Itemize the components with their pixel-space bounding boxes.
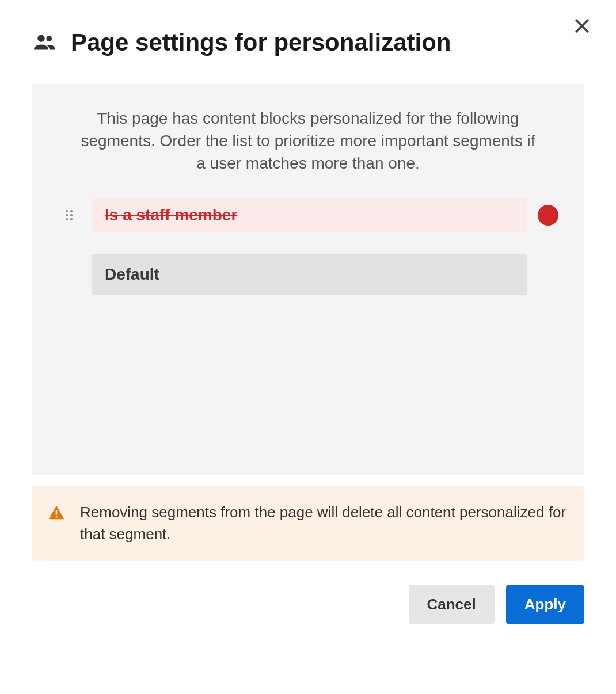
svg-rect-9	[56, 516, 58, 518]
svg-point-5	[70, 214, 73, 216]
people-icon	[32, 30, 57, 55]
panel-intro-text: This page has content blocks personalize…	[78, 107, 538, 175]
drag-icon	[62, 208, 76, 222]
apply-button[interactable]: Apply	[506, 585, 584, 624]
svg-point-3	[70, 210, 73, 212]
warning-icon	[48, 504, 65, 521]
segments-panel: This page has content blocks personalize…	[32, 84, 584, 475]
svg-point-0	[37, 35, 44, 41]
warning-alert: Removing segments from the page will del…	[32, 486, 584, 561]
svg-point-7	[70, 218, 73, 220]
close-icon	[572, 16, 592, 36]
cancel-button[interactable]: Cancel	[409, 585, 495, 624]
close-button[interactable]	[572, 16, 592, 36]
svg-point-2	[66, 210, 68, 212]
svg-point-4	[66, 214, 68, 216]
segment-label-removed: Is a staff member	[92, 198, 527, 232]
svg-rect-8	[56, 510, 58, 515]
segment-row: Is a staff member	[58, 198, 558, 242]
dialog-title: Page settings for personalization	[71, 29, 451, 56]
personalization-settings-dialog: Page settings for personalization This p…	[0, 0, 616, 694]
drag-handle[interactable]	[62, 208, 76, 222]
default-segment-label: Default	[92, 254, 527, 295]
warning-text: Removing segments from the page will del…	[80, 502, 568, 545]
default-row: Default	[58, 242, 558, 295]
svg-point-1	[46, 36, 52, 41]
dialog-footer: Cancel Apply	[32, 585, 584, 624]
remove-segment-button[interactable]	[538, 205, 558, 226]
dialog-header: Page settings for personalization	[32, 29, 584, 56]
svg-point-6	[66, 218, 68, 220]
